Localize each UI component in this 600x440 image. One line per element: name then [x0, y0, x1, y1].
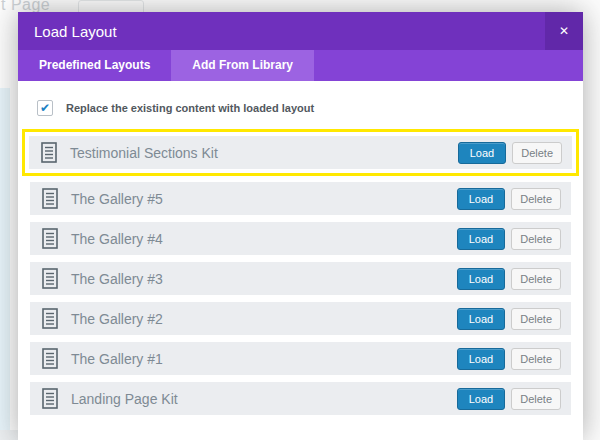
- modal-body: ✔ Replace the existing content with load…: [18, 81, 583, 415]
- layout-name: The Gallery #4: [71, 231, 163, 247]
- delete-button[interactable]: Delete: [511, 308, 561, 330]
- modal-title: Load Layout: [34, 23, 117, 40]
- delete-button[interactable]: Delete: [511, 388, 561, 410]
- modal-tabs: Predefined Layouts Add From Library: [18, 50, 583, 81]
- highlighted-row-outline: Testimonial Sections Kit Load Delete: [22, 129, 579, 176]
- layout-row: Testimonial Sections Kit Load Delete: [29, 136, 572, 169]
- layout-name: The Gallery #1: [71, 351, 163, 367]
- document-icon: [42, 308, 58, 329]
- background-section-strip: [0, 88, 10, 440]
- layout-row: Landing Page Kit Load Delete: [30, 382, 571, 415]
- close-button[interactable]: ✕: [545, 12, 583, 50]
- delete-button[interactable]: Delete: [511, 188, 561, 210]
- layout-name: The Gallery #5: [71, 191, 163, 207]
- document-icon: [42, 348, 58, 369]
- page-background: t Page Load Layout ✕ Predefined Layouts …: [0, 0, 600, 440]
- row-actions: Load Delete: [457, 348, 561, 370]
- layout-name: The Gallery #3: [71, 271, 163, 287]
- document-icon: [42, 268, 58, 289]
- layout-row: The Gallery #3 Load Delete: [30, 262, 571, 295]
- delete-button[interactable]: Delete: [511, 228, 561, 250]
- layout-name: Landing Page Kit: [71, 391, 178, 407]
- load-button[interactable]: Load: [457, 388, 505, 410]
- tab-predefined-layouts[interactable]: Predefined Layouts: [18, 50, 171, 81]
- load-button[interactable]: Load: [457, 188, 505, 210]
- row-actions: Load Delete: [457, 268, 561, 290]
- layout-row: The Gallery #2 Load Delete: [30, 302, 571, 335]
- document-icon: [42, 228, 58, 249]
- tab-add-from-library[interactable]: Add From Library: [171, 50, 314, 81]
- layout-name: The Gallery #2: [71, 311, 163, 327]
- delete-button[interactable]: Delete: [511, 268, 561, 290]
- delete-button[interactable]: Delete: [512, 142, 562, 164]
- load-button[interactable]: Load: [457, 348, 505, 370]
- document-icon: [42, 188, 58, 209]
- row-actions: Load Delete: [457, 308, 561, 330]
- checkbox-label: Replace the existing content with loaded…: [66, 102, 314, 114]
- modal-header: Load Layout ✕: [18, 12, 583, 50]
- layout-row: The Gallery #4 Load Delete: [30, 222, 571, 255]
- document-icon: [42, 388, 58, 409]
- close-icon: ✕: [559, 24, 569, 38]
- row-actions: Load Delete: [458, 142, 562, 164]
- check-icon: ✔: [40, 102, 50, 114]
- layout-row: The Gallery #1 Load Delete: [30, 342, 571, 375]
- load-button[interactable]: Load: [457, 268, 505, 290]
- row-actions: Load Delete: [457, 228, 561, 250]
- delete-button[interactable]: Delete: [511, 348, 561, 370]
- document-icon: [41, 142, 57, 163]
- load-button[interactable]: Load: [458, 142, 506, 164]
- load-button[interactable]: Load: [457, 308, 505, 330]
- layout-name: Testimonial Sections Kit: [70, 145, 218, 161]
- replace-content-checkbox[interactable]: ✔: [37, 100, 53, 116]
- replace-content-option: ✔ Replace the existing content with load…: [37, 100, 571, 116]
- row-actions: Load Delete: [457, 388, 561, 410]
- load-layout-modal: Load Layout ✕ Predefined Layouts Add Fro…: [18, 12, 583, 440]
- load-button[interactable]: Load: [457, 228, 505, 250]
- layout-row: The Gallery #5 Load Delete: [30, 182, 571, 215]
- row-actions: Load Delete: [457, 188, 561, 210]
